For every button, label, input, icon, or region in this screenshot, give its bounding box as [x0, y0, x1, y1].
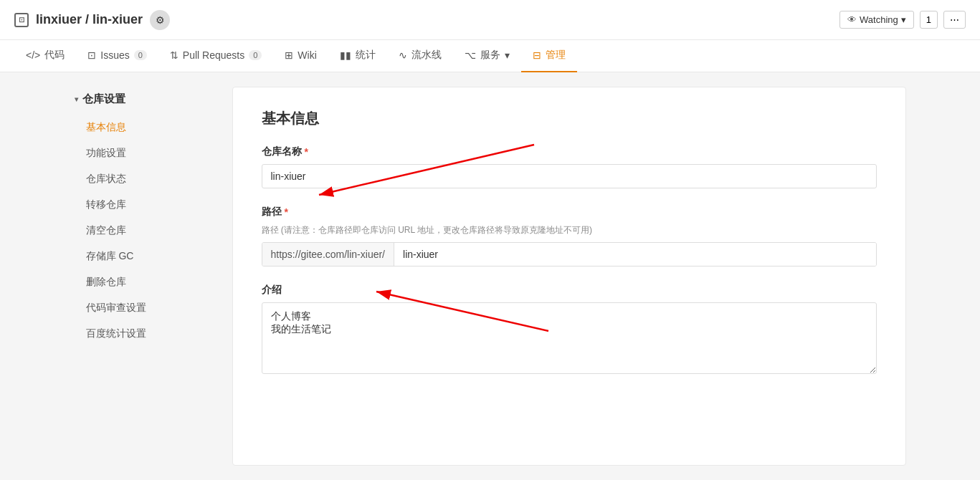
tab-wiki[interactable]: ⊞ Wiki — [273, 40, 328, 72]
main-content: ▾ 仓库设置 基本信息 功能设置 仓库状态 转移仓库 清空仓库 存储库 GC 删… — [60, 72, 920, 480]
watch-count-button[interactable]: 1 — [920, 11, 938, 29]
intro-label: 介绍 — [262, 284, 877, 297]
tab-pipeline[interactable]: ∿ 流水线 — [387, 40, 453, 72]
header-right: 👁 Watching ▾ 1 ⋯ — [839, 11, 966, 29]
path-group: 路径 * 路径 (请注意：仓库路径即仓库访问 URL 地址，更改仓库路径将导致原… — [262, 206, 877, 267]
sidebar-item-features[interactable]: 功能设置 — [75, 140, 218, 166]
path-required: * — [285, 206, 288, 218]
repo-icon: ⊡ — [14, 13, 29, 27]
pipeline-icon: ∿ — [399, 49, 407, 61]
dropdown-icon: ▾ — [901, 14, 906, 25]
path-suffix-input[interactable] — [394, 243, 875, 266]
sidebar-item-gc[interactable]: 存储库 GC — [75, 244, 218, 269]
pr-icon: ⇅ — [170, 49, 179, 61]
code-icon: </> — [26, 49, 40, 61]
tab-code-label: 代码 — [44, 49, 65, 62]
tab-manage-label: 管理 — [546, 49, 566, 62]
content-area: 基本信息 仓库名称 * 路径 * 路径 (请注意：仓库路径即仓库访问 URL 地… — [232, 87, 906, 466]
pr-badge: 0 — [249, 50, 262, 60]
sidebar: ▾ 仓库设置 基本信息 功能设置 仓库状态 转移仓库 清空仓库 存储库 GC 删… — [75, 87, 218, 466]
watch-button[interactable]: 👁 Watching ▾ — [839, 11, 914, 29]
tab-pr-label: Pull Requests — [183, 49, 244, 61]
path-prefix: https://gitee.com/lin-xiuer/ — [262, 243, 395, 266]
path-hint: 路径 (请注意：仓库路径即仓库访问 URL 地址，更改仓库路径将导致原克隆地址不… — [262, 224, 877, 236]
avatar: ⚙ — [150, 10, 170, 30]
page-title: 基本信息 — [262, 109, 877, 128]
repo-name-input[interactable] — [262, 164, 877, 188]
header-left: ⊡ linxiuer / lin-xiuer ⚙ — [14, 10, 170, 30]
tab-stats[interactable]: ▮▮ 统计 — [328, 40, 387, 72]
repo-title: linxiuer / lin-xiuer — [36, 12, 143, 27]
more-button[interactable]: ⋯ — [943, 11, 966, 29]
header: ⊡ linxiuer / lin-xiuer ⚙ 👁 Watching ▾ 1 … — [0, 0, 980, 40]
services-dropdown-icon: ▾ — [505, 49, 510, 61]
sidebar-item-baidu-stats[interactable]: 百度统计设置 — [75, 321, 218, 347]
tab-stats-label: 统计 — [356, 49, 376, 62]
sidebar-item-transfer[interactable]: 转移仓库 — [75, 192, 218, 218]
tab-code[interactable]: </> 代码 — [14, 40, 76, 72]
nav-tabs: </> 代码 ⊡ Issues 0 ⇅ Pull Requests 0 ⊞ Wi… — [0, 40, 980, 72]
sidebar-section-title: ▾ 仓库设置 — [75, 87, 218, 115]
sidebar-item-delete[interactable]: 删除仓库 — [75, 269, 218, 295]
repo-name-label: 仓库名称 * — [262, 145, 877, 158]
section-arrow-icon: ▾ — [75, 95, 78, 103]
tab-services-label: 服务 — [480, 49, 500, 62]
tab-wiki-label: Wiki — [298, 49, 316, 61]
sidebar-item-status[interactable]: 仓库状态 — [75, 166, 218, 192]
intro-group: 介绍 个人博客 我的生活笔记 — [262, 284, 877, 376]
manage-icon: ⊟ — [533, 49, 541, 61]
sidebar-item-basic[interactable]: 基本信息 — [75, 115, 218, 140]
issues-icon: ⊡ — [87, 49, 96, 61]
repo-name-group: 仓库名称 * — [262, 145, 877, 188]
path-label: 路径 * — [262, 206, 877, 219]
tab-services[interactable]: ⌥ 服务 ▾ — [453, 40, 521, 72]
tab-pull-requests[interactable]: ⇅ Pull Requests 0 — [158, 40, 274, 72]
watch-label: Watching — [860, 14, 898, 25]
tab-pipeline-label: 流水线 — [411, 49, 442, 62]
intro-textarea[interactable]: 个人博客 我的生活笔记 — [262, 302, 877, 374]
services-icon: ⌥ — [465, 49, 476, 61]
wiki-icon: ⊞ — [285, 49, 293, 61]
tab-issues[interactable]: ⊡ Issues 0 — [76, 40, 158, 72]
sidebar-item-code-review[interactable]: 代码审查设置 — [75, 295, 218, 321]
eye-icon: 👁 — [847, 14, 857, 25]
stats-icon: ▮▮ — [340, 49, 351, 61]
tab-issues-label: Issues — [100, 49, 129, 61]
sidebar-section-label: 仓库设置 — [82, 92, 125, 106]
tab-manage[interactable]: ⊟ 管理 — [521, 40, 577, 72]
sidebar-item-empty[interactable]: 清空仓库 — [75, 218, 218, 244]
annotation-arrows — [233, 87, 905, 465]
path-input-group: https://gitee.com/lin-xiuer/ — [262, 242, 877, 267]
repo-name-required: * — [305, 146, 308, 158]
issues-badge: 0 — [134, 50, 147, 60]
